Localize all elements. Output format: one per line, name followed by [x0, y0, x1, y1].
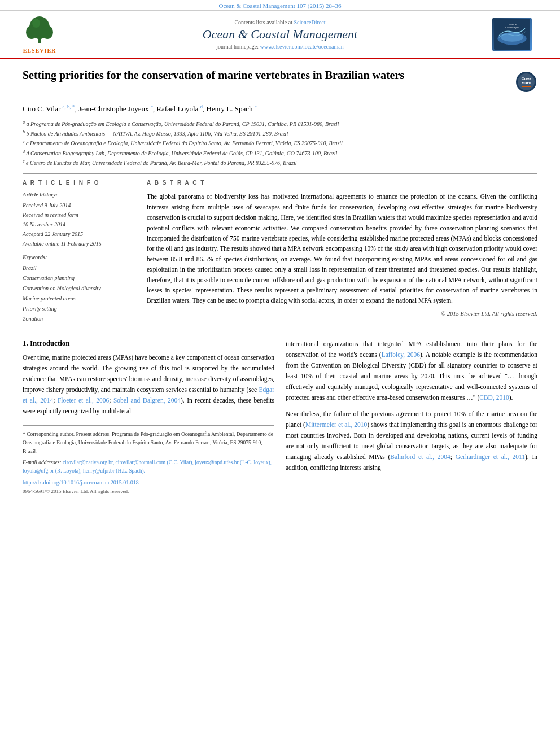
keyword-item: Conservation planning [23, 273, 126, 283]
affiliation-a: a a Programa de Pós-graduação em Ecologi… [23, 119, 537, 129]
abstract-text: The global panorama of biodiversity loss… [147, 191, 537, 305]
article-title-section: Setting priorities for the conservation … [23, 68, 537, 98]
svg-text:Mark: Mark [521, 81, 531, 85]
svg-point-4 [32, 19, 40, 28]
journal-citation-bar: Ocean & Coastal Management 107 (2015) 28… [0, 0, 560, 11]
body-right-column: international organizations that integra… [286, 339, 537, 495]
keyword-item: Priority setting [23, 304, 126, 314]
elsevier-logo: ELSEVIER [11, 15, 68, 54]
journal-title: Ocean & Coastal Management [68, 27, 492, 42]
divider-1 [23, 173, 537, 174]
elsevier-tree-icon [23, 15, 56, 46]
affiliations: a a Programa de Pós-graduação em Ecologi… [23, 119, 537, 168]
body-left-column: 1. Introduction Over time, marine protec… [23, 339, 274, 495]
authors-line: Ciro C. Vilar a, b, *, Jean-Christophe J… [23, 103, 537, 115]
keyword-item: Marine protected areas [23, 294, 126, 304]
balmford-ref-link[interactable]: Balmford et al., 2004 [390, 453, 450, 460]
svg-text:Coastal Mgmt: Coastal Mgmt [505, 26, 519, 29]
divider-2 [23, 330, 537, 330]
keywords-list: Brazil Conservation planning Convention … [23, 263, 126, 324]
journal-cover-image: Ocean & Coastal Mgmt [492, 18, 532, 51]
journal-header: ELSEVIER Contents lists available at Sci… [0, 11, 560, 59]
doi-link-anchor[interactable]: http://dx.doi.org/10.1016/j.ocecoaman.20… [23, 479, 139, 486]
journal-header-center: Contents lists available at ScienceDirec… [68, 19, 492, 50]
article-history-label: Article history: [23, 191, 126, 198]
journal-citation-text: Ocean & Coastal Management 107 (2015) 28… [219, 2, 342, 9]
affiliation-c: c c Departamento de Oceanografia e Ecolo… [23, 138, 537, 148]
article-info-heading: A R T I C L E I N F O [23, 180, 126, 186]
svg-point-7 [501, 32, 523, 41]
abstract-panel: A B S T R A C T The global panorama of b… [147, 180, 537, 324]
crossmark-badge: Cross Mark [515, 71, 537, 93]
issn-text: 0964-5691/© 2015 Elsevier Ltd. All right… [23, 487, 274, 495]
section-1-title: 1. Introduction [23, 339, 274, 348]
sobel-ref-link[interactable]: Sobel and Dalgren, 2004 [113, 397, 181, 404]
body-left-text-1: Over time, marine protected areas (MPAs)… [23, 352, 274, 417]
email-line: E-mail addresses: cirovilar@nativa.org.b… [23, 458, 274, 475]
keyword-item: Zonation [23, 314, 126, 324]
body-section: 1. Introduction Over time, marine protec… [23, 339, 537, 495]
copyright-notice: © 2015 Elsevier Ltd. All rights reserved… [147, 311, 537, 317]
sciencedirect-link[interactable]: ScienceDirect [294, 19, 325, 25]
floeter-ref-link[interactable]: Floeter et al., 2006 [58, 397, 109, 404]
article-info-abstract-section: A R T I C L E I N F O Article history: R… [23, 180, 537, 324]
affiliation-b: b b Núcleo de Atividades Ambientais — NA… [23, 129, 537, 138]
affiliation-e: e e Centro de Estudos do Mar, Universida… [23, 158, 537, 168]
mittermeier-ref-link[interactable]: Mittermeier et al., 2010 [305, 421, 367, 428]
abstract-heading: A B S T R A C T [147, 180, 537, 186]
laffoley-ref-link[interactable]: Laffoley, 2006 [382, 351, 420, 358]
body-right-text-1: international organizations that integra… [286, 339, 537, 403]
corresponding-author-note: * Corresponding author. Present address.… [23, 430, 274, 456]
article-info-panel: A R T I C L E I N F O Article history: R… [23, 180, 135, 324]
affiliation-d: d d Conservation Biogeography Lab, Depar… [23, 148, 537, 158]
article-title: Setting priorities for the conservation … [23, 68, 506, 82]
keyword-item: Brazil [23, 263, 126, 273]
homepage-line: journal homepage: www.elsevier.com/locat… [68, 43, 492, 50]
gerhardinger-ref-link[interactable]: Gerhardinger et al., 2011 [456, 453, 525, 460]
body-right-text-2: Nevertheless, the failure of the previou… [286, 409, 537, 473]
footnote-section: * Corresponding author. Present address.… [23, 425, 274, 495]
article-container: Setting priorities for the conservation … [0, 59, 560, 504]
cbd-ref-link[interactable]: CBD, 2010 [479, 394, 509, 401]
svg-point-3 [42, 25, 53, 39]
elsevier-brand-text: ELSEVIER [23, 47, 56, 54]
keyword-item: Convention on biological diversity [23, 283, 126, 294]
sciencedirect-link-line: Contents lists available at ScienceDirec… [68, 19, 492, 25]
svg-text:Cross: Cross [522, 76, 531, 81]
journal-cover-logo: Ocean & Coastal Mgmt [492, 18, 549, 51]
doi-link: http://dx.doi.org/10.1016/j.ocecoaman.20… [23, 478, 274, 487]
journal-homepage-link[interactable]: www.elsevier.com/locate/ocecoaman [260, 43, 344, 50]
svg-text:Ocean &: Ocean & [508, 23, 517, 26]
keywords-label: Keywords: [23, 254, 126, 260]
article-history-dates: Received 9 July 2014 Received in revised… [23, 200, 126, 248]
